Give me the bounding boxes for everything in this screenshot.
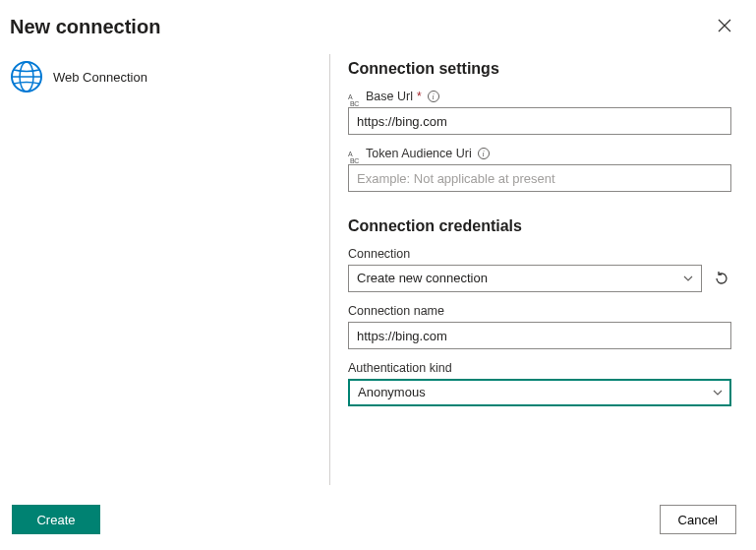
input-connection-name[interactable] xyxy=(348,322,731,349)
label-text-base-url: Base Url xyxy=(366,90,413,103)
connection-type-item[interactable]: Web Connection xyxy=(10,60,320,93)
label-text-token-audience: Token Audience Uri xyxy=(366,147,472,160)
field-connection: Connection Create new connection xyxy=(348,247,731,292)
select-connection-value: Create new connection xyxy=(348,265,702,292)
select-auth-kind-value: Anonymous xyxy=(348,379,731,406)
dialog-footer: Create Cancel xyxy=(0,495,756,550)
section-title-settings: Connection settings xyxy=(348,60,731,78)
label-auth-kind: Authentication kind xyxy=(348,361,731,375)
info-icon[interactable]: i xyxy=(428,91,439,102)
field-connection-name: Connection name xyxy=(348,304,731,349)
dialog-header: New connection xyxy=(0,0,756,50)
input-base-url[interactable] xyxy=(348,107,731,135)
create-button[interactable]: Create xyxy=(12,505,100,534)
row-connection: Create new connection xyxy=(348,265,731,292)
label-connection-name: Connection name xyxy=(348,304,731,318)
left-panel: Web Connection xyxy=(0,50,329,495)
close-icon[interactable] xyxy=(713,14,736,40)
globe-icon xyxy=(10,60,43,93)
connection-type-label: Web Connection xyxy=(53,70,147,85)
label-base-url: ABC Base Url * i xyxy=(348,90,731,103)
info-icon[interactable]: i xyxy=(478,148,490,159)
refresh-button[interactable] xyxy=(712,269,731,288)
select-auth-kind[interactable]: Anonymous xyxy=(348,379,731,406)
field-base-url: ABC Base Url * i xyxy=(348,90,731,135)
field-auth-kind: Authentication kind Anonymous xyxy=(348,361,731,406)
label-text-auth-kind: Authentication kind xyxy=(348,361,452,375)
label-token-audience: ABC Token Audience Uri i xyxy=(348,147,731,160)
required-marker: * xyxy=(417,90,422,103)
input-token-audience[interactable] xyxy=(348,164,731,192)
dialog-title: New connection xyxy=(10,16,160,38)
cancel-button[interactable]: Cancel xyxy=(660,505,736,534)
section-title-credentials: Connection credentials xyxy=(348,217,731,235)
select-connection[interactable]: Create new connection xyxy=(348,265,702,292)
field-token-audience: ABC Token Audience Uri i xyxy=(348,147,731,192)
label-connection: Connection xyxy=(348,247,731,261)
label-text-connection: Connection xyxy=(348,247,410,261)
right-panel: Connection settings ABC Base Url * i ABC… xyxy=(330,50,756,495)
dialog-body: Web Connection Connection settings ABC B… xyxy=(0,50,756,495)
new-connection-dialog: New connection Web Connection Connection… xyxy=(0,0,756,550)
label-text-connection-name: Connection name xyxy=(348,304,444,318)
